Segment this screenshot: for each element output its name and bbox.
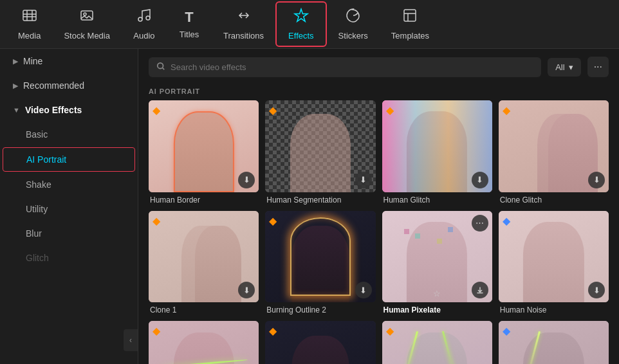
- nav-label-effects: Effects: [288, 31, 314, 41]
- effect-thumb-neon-ring-2: ◆ ⬇: [265, 321, 375, 364]
- download-human-glitch[interactable]: ⬇: [472, 172, 488, 188]
- download-human-pixelate[interactable]: [472, 282, 488, 298]
- sidebar-item-shake[interactable]: Shake: [3, 173, 135, 196]
- effect-name-human-pixelate: Human Pixelate: [382, 305, 492, 314]
- badge-clone-1: ◆: [152, 215, 160, 227]
- nav-label-titles: Titles: [180, 30, 199, 39]
- effect-thumb-lightning-flash-2: ◆ ⬇: [499, 321, 609, 364]
- nav-item-templates[interactable]: Templates: [380, 3, 441, 46]
- search-input[interactable]: [171, 62, 533, 72]
- effect-thumb-burning-outline-2: ◆ ⬇: [265, 211, 375, 303]
- badge-lightning-flash-1: ◆: [386, 325, 394, 337]
- badge-human-noise: ◆: [503, 215, 510, 227]
- effect-name-burning-outline-2: Burning Outline 2: [265, 305, 375, 314]
- download-burning-outline-2[interactable]: ⬇: [355, 282, 372, 298]
- filter-label: All: [555, 62, 564, 72]
- sidebar-item-basic[interactable]: Basic: [3, 123, 135, 146]
- badge-neon-ring-2: ◆: [269, 325, 277, 337]
- effects-icon: [293, 8, 309, 27]
- nav-label-media: Media: [18, 31, 41, 41]
- search-icon: [156, 62, 165, 73]
- sidebar-item-glitch: Glitch: [3, 246, 135, 269]
- effect-card-lightning-flash-1[interactable]: ◆ ⬇ Lightning Flash 1: [382, 321, 492, 364]
- effect-card-clone-1[interactable]: ◆ ⬇ Clone 1: [149, 211, 259, 315]
- sidebar-item-mine[interactable]: ▶ Mine: [3, 50, 135, 73]
- sidebar-label-shake: Shake: [26, 179, 51, 190]
- svg-point-2: [84, 13, 86, 15]
- svg-point-4: [146, 16, 150, 20]
- download-human-border[interactable]: ⬇: [238, 172, 255, 188]
- nav-label-stickers: Stickers: [338, 31, 368, 41]
- stock-media-icon: [79, 8, 95, 27]
- nav-item-media[interactable]: Media: [6, 3, 52, 46]
- sidebar-item-utility[interactable]: Utility: [3, 197, 135, 221]
- more-icon: ···: [594, 61, 602, 72]
- badge-human-glitch: ◆: [386, 104, 394, 116]
- effect-card-human-segmentation[interactable]: ◆ ⬇ Human Segmentation: [265, 100, 375, 205]
- sidebar-label-glitch: Glitch: [26, 253, 49, 263]
- sidebar-label-utility: Utility: [26, 204, 48, 214]
- svg-rect-5: [404, 10, 416, 21]
- nav-item-effects[interactable]: Effects: [275, 1, 327, 47]
- download-clone-glitch[interactable]: ⬇: [588, 172, 605, 188]
- section-label: AI PORTRAIT: [138, 85, 619, 100]
- effect-thumb-human-border: ◆ ⬇: [149, 100, 259, 192]
- sidebar-collapse-button[interactable]: ‹: [124, 329, 138, 351]
- effect-thumb-human-segmentation: ◆ ⬇: [265, 100, 375, 192]
- filter-dropdown[interactable]: All ▾: [548, 58, 580, 77]
- nav-item-stock-media[interactable]: Stock Media: [52, 3, 122, 46]
- download-human-segmentation[interactable]: ⬇: [355, 172, 372, 188]
- effect-card-human-noise[interactable]: ◆ ⬇ Human Noise: [499, 211, 609, 315]
- mine-arrow-icon: ▶: [13, 57, 18, 66]
- sidebar-label-video-effects: Video Effects: [25, 105, 82, 115]
- effect-card-neon-flow-4[interactable]: ◆ ⬇ Neon Flow 4: [149, 321, 259, 364]
- effect-thumb-human-noise: ◆ ⬇: [499, 211, 609, 303]
- badge-clone-glitch: ◆: [503, 104, 510, 116]
- sidebar-label-blur: Blur: [26, 228, 42, 239]
- content-area: All ▾ ··· AI PORTRAIT ◆ ⬇ Hu: [138, 49, 619, 364]
- effect-card-burning-outline-2[interactable]: ◆ ⬇ Burning Outline 2: [265, 211, 375, 315]
- sidebar-label-basic: Basic: [26, 129, 48, 140]
- sidebar-item-blur[interactable]: Blur: [3, 222, 135, 245]
- extra-human-pixelate[interactable]: ⋯: [472, 215, 488, 232]
- badge-burning-outline-2: ◆: [269, 215, 277, 227]
- media-icon: [22, 8, 37, 27]
- sidebar-item-recommended[interactable]: ▶ Recommended: [3, 74, 135, 97]
- top-navigation: Media Stock Media Audio T Titles: [0, 0, 619, 49]
- svg-rect-0: [23, 10, 36, 21]
- nav-item-audio[interactable]: Audio: [122, 3, 167, 46]
- sidebar-label-ai-portrait: AI Portrait: [26, 154, 66, 165]
- effect-name-human-border: Human Border: [149, 196, 259, 205]
- effect-card-human-glitch[interactable]: ◆ ⬇ Human Glitch: [382, 100, 492, 205]
- stickers-icon: [346, 8, 361, 27]
- svg-point-3: [138, 17, 142, 21]
- sidebar-item-video-effects[interactable]: ▼ Video Effects: [3, 98, 135, 122]
- nav-item-transitions[interactable]: Transitions: [212, 3, 275, 46]
- effect-card-neon-ring-2[interactable]: ◆ ⬇ Neon Ring 2: [265, 321, 375, 364]
- effect-thumb-human-pixelate: ⋯ ☆: [382, 211, 492, 303]
- more-options-button[interactable]: ···: [587, 57, 609, 77]
- nav-label-templates: Templates: [391, 31, 429, 41]
- chevron-down-icon: ▾: [569, 62, 573, 72]
- effect-card-clone-glitch[interactable]: ◆ ⬇ Clone Glitch: [499, 100, 609, 205]
- badge-lightning-flash-2: ◆: [503, 325, 510, 337]
- nav-label-transitions: Transitions: [223, 31, 264, 41]
- effect-thumb-neon-flow-4: ◆ ⬇: [149, 321, 259, 364]
- recommended-arrow-icon: ▶: [13, 82, 18, 90]
- sidebar: ▶ Mine ▶ Recommended ▼ Video Effects Bas…: [0, 49, 138, 364]
- badge-human-segmentation: ◆: [269, 104, 277, 116]
- effect-name-clone-glitch: Clone Glitch: [499, 196, 609, 205]
- effect-card-lightning-flash-2[interactable]: ◆ ⬇ Lightning Flash 2: [499, 321, 609, 364]
- svg-point-6: [158, 62, 163, 68]
- effect-card-human-pixelate[interactable]: ⋯ ☆ Human Pixelate: [382, 211, 492, 315]
- sidebar-item-ai-portrait[interactable]: AI Portrait: [3, 147, 135, 172]
- search-input-wrap[interactable]: [149, 57, 541, 77]
- effect-thumb-clone-glitch: ◆ ⬇: [499, 100, 609, 192]
- effect-thumb-clone-1: ◆ ⬇: [149, 211, 259, 303]
- sidebar-label-recommended: Recommended: [23, 80, 84, 91]
- nav-label-stock-media: Stock Media: [64, 31, 110, 41]
- templates-icon: [402, 8, 418, 27]
- nav-item-titles[interactable]: T Titles: [167, 4, 212, 44]
- effect-card-human-border[interactable]: ◆ ⬇ Human Border: [149, 100, 259, 205]
- nav-item-stickers[interactable]: Stickers: [327, 3, 380, 46]
